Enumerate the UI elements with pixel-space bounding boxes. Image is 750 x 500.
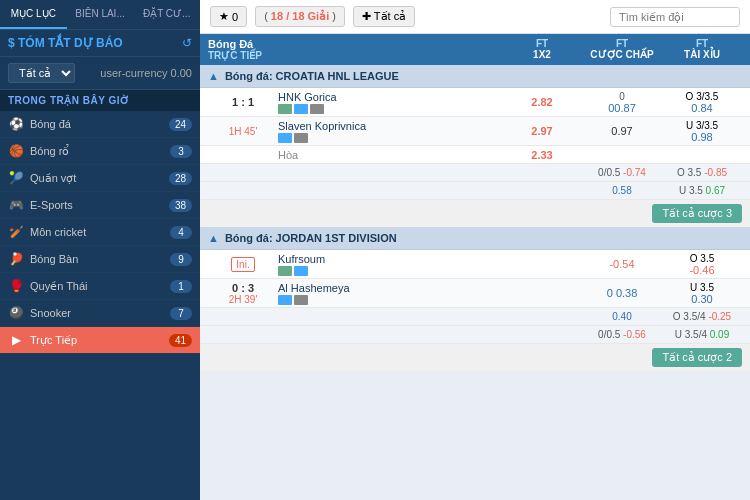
sub-ou-cell[interactable]: O 3.5 -0.85	[662, 167, 742, 178]
search-input[interactable]	[610, 7, 740, 27]
jordan-ou1-cell[interactable]: O 3.5 -0.46	[662, 253, 742, 276]
jordan-handicap1-cell[interactable]: -0.54	[582, 258, 662, 270]
sub-ou2-label: U 3.5	[679, 185, 703, 196]
sub-h-value[interactable]: -0.74	[623, 167, 646, 178]
sub-h2-value[interactable]: 0.58	[612, 185, 631, 196]
star-button[interactable]: ★ 0	[210, 6, 247, 27]
col-team	[278, 38, 502, 61]
jordan-sub-h-val[interactable]: 0.40	[612, 311, 631, 322]
sport-item-truc-tiep[interactable]: ▶ Trực Tiếp 41	[0, 327, 200, 354]
sub-handicap-cell[interactable]: 0/0.5 -0.74	[582, 167, 662, 178]
table-row: 0.58 U 3.5 0.67	[200, 182, 750, 200]
select-all-dropdown[interactable]: Tất cả	[8, 63, 75, 83]
ou2-value[interactable]: 0.98	[662, 131, 742, 143]
league-header-jordan[interactable]: ▲ Bóng đá: JORDAN 1ST DIVISION	[200, 227, 750, 250]
jordan-sub-h2-cell[interactable]: 0/0.5 -0.56	[582, 329, 662, 340]
sub-ou2-value[interactable]: 0.67	[706, 185, 725, 196]
odds-2-cell[interactable]: 2.97	[502, 125, 582, 137]
esports-icon: 🎮	[8, 198, 24, 212]
ou-label: O 3/3.5	[662, 91, 742, 102]
draw-odds-cell[interactable]: 2.33	[502, 149, 582, 161]
sport-name: Quyền Thái	[30, 280, 164, 293]
sport-item-quyen-thai[interactable]: 🥊 Quyền Thái 1	[0, 273, 200, 300]
sport-item-bong-ro[interactable]: 🏀 Bóng rổ 3	[0, 138, 200, 165]
handicap2-cell[interactable]: 0.97	[582, 125, 662, 137]
sport-item-bong-da[interactable]: ⚽ Bóng đá 24	[0, 111, 200, 138]
sport-list: ⚽ Bóng đá 24 🏀 Bóng rổ 3 🎾 Quần vợt 28 🎮…	[0, 111, 200, 500]
jordan-sub-h-cell[interactable]: 0.40	[582, 311, 662, 322]
sport-name: Bóng đá	[30, 118, 163, 130]
handicap2-value[interactable]: 0.97	[582, 125, 662, 137]
handicap-cell[interactable]: 0 00.87	[582, 91, 662, 114]
collapse-icon-jordan: ▲	[208, 232, 219, 244]
match-icons	[278, 104, 502, 114]
league-header-croatia[interactable]: ▲ Bóng đá: CROATIA HNL LEAGUE	[200, 65, 750, 88]
jordan-ou2-cell[interactable]: U 3.5 0.30	[662, 282, 742, 305]
sport-item-cricket[interactable]: 🏏 Môn cricket 4	[0, 219, 200, 246]
ou-value[interactable]: 0.84	[662, 102, 742, 114]
jordan-ou2-val[interactable]: 0.30	[662, 293, 742, 305]
boxing-icon: 🥊	[8, 279, 24, 293]
column-headers: Bóng Đá TRỰC TIẾP FT 1X2 FT CƯỢC CHẤP FT…	[200, 34, 750, 65]
team2-cell-jordan: Al Hashemeya	[278, 281, 502, 305]
sport-count: 38	[169, 199, 192, 212]
jordan-sub-ou2-cell[interactable]: U 3.5/4 0.09	[662, 329, 742, 340]
sub-handicap2-cell[interactable]: 0.58	[582, 185, 662, 196]
draw-odds[interactable]: 2.33	[502, 149, 582, 161]
odds-1x2-value[interactable]: 2.82	[502, 96, 582, 108]
sub-ou2-cell[interactable]: U 3.5 0.67	[662, 185, 742, 196]
sport-item-bong-ban[interactable]: 🏓 Bóng Bàn 9	[0, 246, 200, 273]
icon-x1	[310, 104, 324, 114]
sport-item-esports[interactable]: 🎮 E-Sports 38	[0, 192, 200, 219]
sub-h-label: 0/0.5	[598, 167, 620, 178]
table-row: 0/0.5 -0.74 O 3.5 -0.85	[200, 164, 750, 182]
cricket-icon: 🏏	[8, 225, 24, 239]
handicap-value[interactable]: 00.87	[582, 102, 662, 114]
jordan-h1[interactable]: -0.54	[582, 258, 662, 270]
star-icon: ★	[219, 10, 229, 23]
live-time-jordan: 2H 39'	[208, 294, 278, 305]
sidebar-nav-dat-cu[interactable]: ĐẶT CƯ...	[133, 0, 200, 29]
ou-cell[interactable]: O 3/3.5 0.84	[662, 91, 742, 114]
live-time: 1H 45'	[208, 126, 278, 137]
icon-j4	[294, 295, 308, 305]
score-live-cell: 1H 45'	[208, 126, 278, 137]
snooker-icon: 🎱	[8, 306, 24, 320]
table-row: Ini. Kufrsoum -0.54 O 3.5 -0.46	[200, 250, 750, 279]
odds-1x2-cell[interactable]: 2.82	[502, 96, 582, 108]
jordan-sub-ou1-label: O 3.5/4	[673, 311, 706, 322]
score-jordan: 0 : 3	[208, 282, 278, 294]
jordan-sub-h2-val[interactable]: -0.56	[623, 329, 646, 340]
sub-ou-label: O 3.5	[677, 167, 701, 178]
sidebar-nav-muc-luc[interactable]: MỤC LỤC	[0, 0, 67, 29]
sub-ou-value[interactable]: -0.85	[704, 167, 727, 178]
icon-j1	[278, 266, 292, 276]
league-current: 18 / 18	[271, 10, 305, 22]
table-row: 0.40 O 3.5/4 -0.25	[200, 308, 750, 326]
jordan-h2[interactable]: 0 0.38	[582, 287, 662, 299]
main-header: ★ 0 ( 18 / 18 Giải ) ✚ Tất cả	[200, 0, 750, 34]
jordan-sub-ou-cell[interactable]: O 3.5/4 -0.25	[662, 311, 742, 322]
sport-item-snooker[interactable]: 🎱 Snooker 7	[0, 300, 200, 327]
jordan-handicap2-cell[interactable]: 0 0.38	[582, 287, 662, 299]
refresh-icon[interactable]: ↺	[182, 36, 192, 50]
sport-item-quan-vot[interactable]: 🎾 Quần vợt 28	[0, 165, 200, 192]
jordan-sub-ou1-val[interactable]: -0.25	[708, 311, 731, 322]
sport-count: 7	[170, 307, 192, 320]
sport-count: 9	[170, 253, 192, 266]
all-bets-button-croatia[interactable]: Tất cả cược 3	[652, 204, 742, 223]
sport-name: Quần vợt	[30, 172, 163, 185]
summary-title: $ TÓM TẮT DỰ BÁO	[8, 36, 123, 50]
odds-2-value[interactable]: 2.97	[502, 125, 582, 137]
all-bets-button-jordan[interactable]: Tất cả cược 2	[652, 348, 742, 367]
league-name-croatia: Bóng đá: CROATIA HNL LEAGUE	[225, 70, 399, 82]
jordan-ou1-val[interactable]: -0.46	[662, 264, 742, 276]
jordan-ou2-label: U 3.5	[662, 282, 742, 293]
icon-b1	[294, 104, 308, 114]
all-button[interactable]: ✚ Tất cả	[353, 6, 415, 27]
jordan-sub-ou2-val[interactable]: 0.09	[710, 329, 729, 340]
ou2-cell[interactable]: U 3/3.5 0.98	[662, 120, 742, 143]
sidebar-nav-bien-lai[interactable]: BIÊN LAI...	[67, 0, 134, 29]
match-icons-jordan2	[278, 295, 502, 305]
currency-display: user-currency 0.00	[100, 67, 192, 79]
